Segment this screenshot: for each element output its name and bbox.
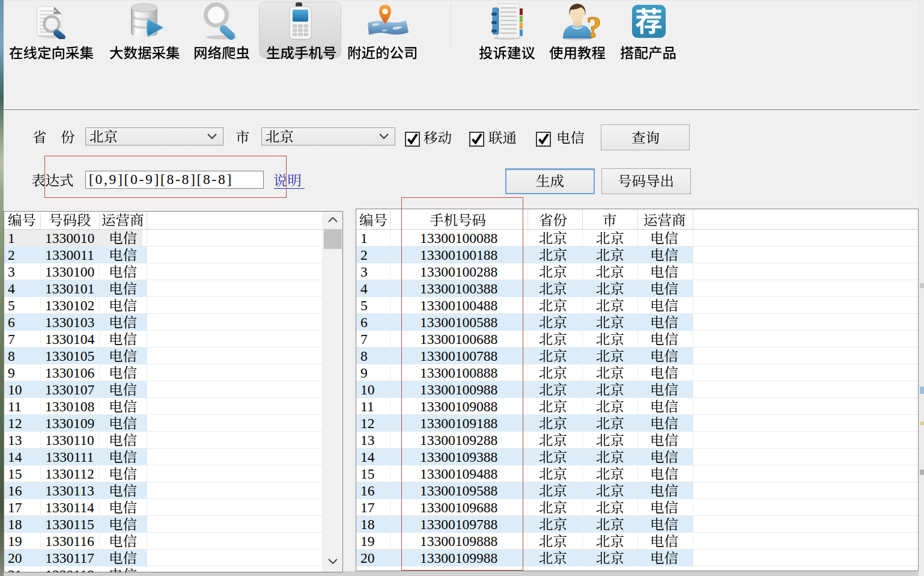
svg-text:?: ?: [586, 10, 601, 41]
